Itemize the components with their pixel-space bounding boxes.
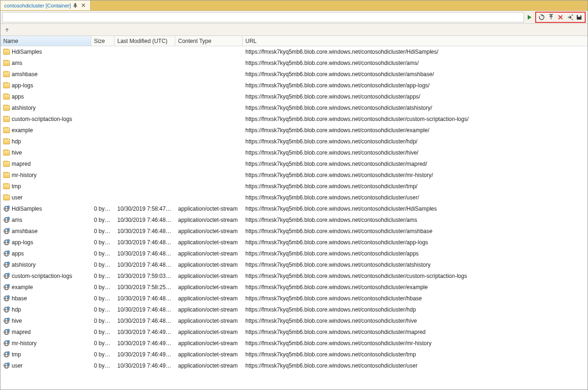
item-modified: 10/30/2019 7:46:48 PM bbox=[115, 228, 175, 234]
item-name: apps bbox=[12, 250, 24, 257]
svg-point-35 bbox=[7, 296, 10, 298]
open-button[interactable] bbox=[565, 13, 574, 22]
path-input[interactable] bbox=[2, 12, 524, 22]
table-row[interactable]: hivehttps://fmxsk7kyq5mb6.blob.core.wind… bbox=[0, 147, 588, 158]
item-modified: 10/30/2019 7:46:49 PM bbox=[115, 351, 175, 358]
table-row[interactable]: mapred0 bytes10/30/2019 7:46:49 PMapplic… bbox=[0, 326, 588, 338]
table-header: Name Size Last Modified (UTC) Content Ty… bbox=[0, 36, 588, 46]
execute-button[interactable] bbox=[525, 13, 534, 22]
item-url: https://fmxsk7kyq5mb6.blob.core.windows.… bbox=[243, 105, 588, 111]
svg-point-47 bbox=[7, 329, 10, 332]
table-row[interactable]: example0 bytes10/30/2019 7:58:25 PMappli… bbox=[0, 282, 588, 293]
item-modified: 10/30/2019 7:46:48 PM bbox=[115, 217, 175, 223]
item-url: https://fmxsk7kyq5mb6.blob.core.windows.… bbox=[243, 295, 588, 302]
table-row[interactable]: HdiSampleshttps://fmxsk7kyq5mb6.blob.cor… bbox=[0, 46, 588, 57]
close-icon[interactable]: ✕ bbox=[80, 2, 86, 9]
table-row[interactable]: hdphttps://fmxsk7kyq5mb6.blob.core.windo… bbox=[0, 136, 588, 147]
folder-icon bbox=[3, 105, 10, 111]
table-row[interactable]: HdiSamples0 bytes10/30/2019 7:58:47 PMap… bbox=[0, 203, 588, 214]
column-header-modified[interactable]: Last Modified (UTC) bbox=[115, 36, 175, 46]
table-row[interactable]: app-logs0 bytes10/30/2019 7:46:48 PMappl… bbox=[0, 237, 588, 248]
item-url: https://fmxsk7kyq5mb6.blob.core.windows.… bbox=[243, 194, 588, 201]
upload-button[interactable] bbox=[546, 13, 556, 22]
svg-point-15 bbox=[7, 240, 10, 242]
item-url: https://fmxsk7kyq5mb6.blob.core.windows.… bbox=[243, 183, 588, 190]
folder-icon bbox=[3, 150, 10, 156]
blob-icon bbox=[3, 262, 10, 268]
table-row[interactable]: atshistoryhttps://fmxsk7kyq5mb6.blob.cor… bbox=[0, 102, 588, 113]
blob-icon bbox=[3, 318, 10, 324]
column-header-type[interactable]: Content Type bbox=[175, 36, 243, 46]
table-row[interactable]: custom-scriptaction-logshttps://fmxsk7ky… bbox=[0, 113, 588, 125]
blob-icon bbox=[3, 340, 10, 347]
item-name: amshbase bbox=[12, 228, 37, 234]
table-row[interactable]: amshttps://fmxsk7kyq5mb6.blob.core.windo… bbox=[0, 57, 588, 69]
item-size: 0 bytes bbox=[91, 295, 115, 302]
table-row[interactable]: user0 bytes10/30/2019 7:46:49 PMapplicat… bbox=[0, 360, 588, 371]
item-size: 0 bytes bbox=[91, 340, 115, 347]
item-modified: 10/30/2019 7:46:48 PM bbox=[115, 262, 175, 268]
item-modified: 10/30/2019 7:46:49 PM bbox=[115, 329, 175, 335]
svg-point-27 bbox=[7, 273, 10, 276]
item-url: https://fmxsk7kyq5mb6.blob.core.windows.… bbox=[243, 362, 588, 369]
table-row[interactable]: userhttps://fmxsk7kyq5mb6.blob.core.wind… bbox=[0, 192, 588, 203]
table-row[interactable]: tmphttps://fmxsk7kyq5mb6.blob.core.windo… bbox=[0, 181, 588, 192]
table-row[interactable]: examplehttps://fmxsk7kyq5mb6.blob.core.w… bbox=[0, 125, 588, 136]
item-url: https://fmxsk7kyq5mb6.blob.core.windows.… bbox=[243, 149, 588, 156]
save-button[interactable] bbox=[574, 13, 584, 22]
item-size: 0 bytes bbox=[91, 362, 115, 369]
table-row[interactable]: appshttps://fmxsk7kyq5mb6.blob.core.wind… bbox=[0, 91, 588, 102]
item-size: 0 bytes bbox=[91, 318, 115, 324]
table-row[interactable]: mapredhttps://fmxsk7kyq5mb6.blob.core.wi… bbox=[0, 158, 588, 170]
item-url: https://fmxsk7kyq5mb6.blob.core.windows.… bbox=[243, 250, 588, 257]
table-row[interactable]: amshbasehttps://fmxsk7kyq5mb6.blob.core.… bbox=[0, 69, 588, 80]
table-row[interactable]: ams0 bytes10/30/2019 7:46:48 PMapplicati… bbox=[0, 214, 588, 226]
table-row[interactable]: hbase0 bytes10/30/2019 7:46:48 PMapplica… bbox=[0, 293, 588, 304]
table-row[interactable]: app-logshttps://fmxsk7kyq5mb6.blob.core.… bbox=[0, 80, 588, 91]
table-row[interactable]: custom-scriptaction-logs0 bytes10/30/201… bbox=[0, 270, 588, 282]
table-row[interactable]: mr-historyhttps://fmxsk7kyq5mb6.blob.cor… bbox=[0, 170, 588, 181]
item-type: application/octet-stream bbox=[175, 351, 243, 358]
blob-icon bbox=[3, 295, 10, 302]
item-name: custom-scriptaction-logs bbox=[12, 273, 72, 279]
column-header-url[interactable]: URL bbox=[243, 36, 588, 46]
item-url: https://fmxsk7kyq5mb6.blob.core.windows.… bbox=[243, 82, 588, 89]
item-name: mapred bbox=[12, 161, 31, 167]
item-modified: 10/30/2019 7:58:47 PM bbox=[115, 206, 175, 212]
table-row[interactable]: atshistory0 bytes10/30/2019 7:46:48 PMap… bbox=[0, 259, 588, 270]
refresh-button[interactable] bbox=[537, 13, 546, 22]
blob-icon bbox=[3, 362, 10, 369]
column-header-size[interactable]: Size bbox=[91, 36, 115, 46]
item-name: atshistory bbox=[12, 262, 36, 268]
item-name: hbase bbox=[12, 295, 27, 302]
item-name: ams bbox=[12, 60, 22, 66]
svg-point-19 bbox=[7, 251, 10, 253]
table-row[interactable]: hdp0 bytes10/30/2019 7:46:48 PMapplicati… bbox=[0, 304, 588, 315]
tab-title: contosohdicluster [Container] bbox=[4, 3, 71, 8]
table-row[interactable]: apps0 bytes10/30/2019 7:46:48 PMapplicat… bbox=[0, 248, 588, 259]
item-type: application/octet-stream bbox=[175, 206, 243, 212]
item-url: https://fmxsk7kyq5mb6.blob.core.windows.… bbox=[243, 306, 588, 313]
table-body[interactable]: HdiSampleshttps://fmxsk7kyq5mb6.blob.cor… bbox=[0, 46, 588, 390]
item-name: mr-history bbox=[12, 172, 36, 178]
delete-button[interactable] bbox=[556, 13, 565, 22]
pin-icon[interactable] bbox=[72, 3, 78, 8]
up-arrow-icon[interactable] bbox=[3, 26, 11, 34]
tab-container[interactable]: contosohdicluster [Container] ✕ bbox=[0, 0, 91, 10]
table-row[interactable]: hive0 bytes10/30/2019 7:46:48 PMapplicat… bbox=[0, 315, 588, 326]
blob-icon bbox=[3, 284, 10, 291]
table-row[interactable]: amshbase0 bytes10/30/2019 7:46:48 PMappl… bbox=[0, 226, 588, 237]
folder-icon bbox=[3, 49, 10, 55]
column-header-name[interactable]: Name bbox=[0, 36, 91, 46]
item-name: mr-history bbox=[12, 340, 36, 347]
blob-icon bbox=[3, 217, 10, 223]
blob-icon bbox=[3, 250, 10, 257]
table-row[interactable]: mr-history0 bytes10/30/2019 7:46:49 PMap… bbox=[0, 338, 588, 349]
svg-point-59 bbox=[7, 363, 10, 365]
item-name: hive bbox=[12, 149, 22, 156]
item-type: application/octet-stream bbox=[175, 295, 243, 302]
table-row[interactable]: tmp0 bytes10/30/2019 7:46:49 PMapplicati… bbox=[0, 349, 588, 360]
item-name: apps bbox=[12, 93, 24, 100]
folder-icon bbox=[3, 172, 10, 178]
item-url: https://fmxsk7kyq5mb6.blob.core.windows.… bbox=[243, 172, 588, 178]
